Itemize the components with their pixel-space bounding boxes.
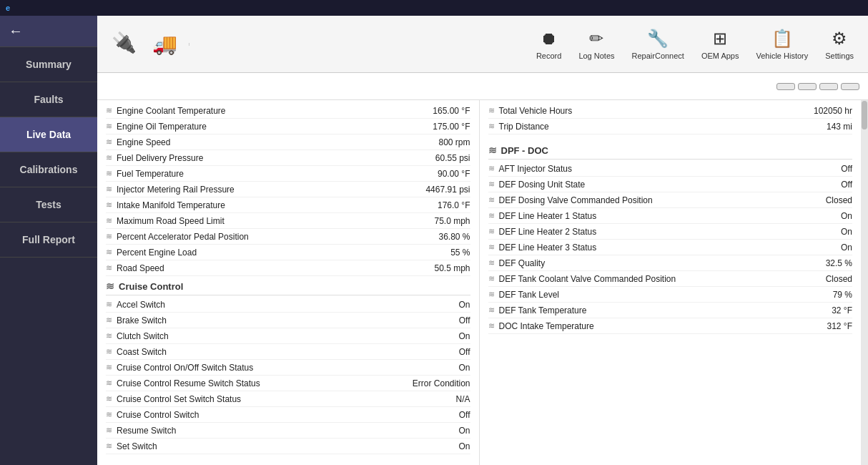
row-label: DEF Line Heater 1 Status [499, 211, 841, 221]
table-row: ≋ Engine Speed 800 rpm [106, 134, 470, 150]
row-icon: ≋ [106, 216, 112, 225]
row-icon: ≋ [488, 321, 495, 331]
record-icon: ⏺ [541, 29, 558, 49]
sidebar-item-summary[interactable]: Summary [0, 47, 97, 82]
row-value: Off [841, 180, 852, 190]
row-icon: ≋ [488, 227, 495, 236]
table-row: ≋ Maximum Road Speed Limit 75.0 mph [106, 213, 470, 229]
table-row: ≋ Intake Manifold Temperature 176.0 °F [106, 197, 470, 213]
table-row: ≋ Resume Switch On [106, 423, 470, 439]
row-label: Set Switch [117, 441, 458, 451]
dpf-section-header: ≋ DPF - DOC [488, 140, 853, 160]
row-icon: ≋ [106, 378, 112, 388]
table-row: ≋ DEF Tank Temperature 32 °F [488, 303, 853, 318]
table-row: ≋ Cruise Control Resume Switch Status Er… [106, 376, 470, 391]
settings-button[interactable]: ⚙ Settings [818, 24, 861, 64]
row-value: On [841, 227, 852, 237]
row-value: 32 °F [832, 305, 852, 315]
scrollbar-thumb[interactable] [862, 101, 867, 129]
row-value: On [458, 441, 470, 451]
disconnect-button[interactable]: 🔌 [104, 26, 144, 62]
table-row: ≋ AFT Injector Status Off [488, 161, 853, 177]
row-icon: ≋ [106, 263, 112, 273]
row-icon: ≋ [488, 258, 495, 268]
row-value: 55 % [450, 248, 470, 258]
table-row: ≋ Cruise Control Set Switch Status N/A [106, 391, 470, 407]
row-icon: ≋ [488, 106, 495, 115]
sidebar-item-calibrations[interactable]: Calibrations [0, 152, 97, 187]
table-row: ≋ DEF Dosing Unit State Off [488, 177, 853, 192]
sidebar-item-full-report[interactable]: Full Report [0, 222, 97, 258]
sidebar-item-faults[interactable]: Faults [0, 82, 97, 117]
row-label: Engine Coolant Temperature [117, 106, 433, 116]
vehicle-history-icon: 📋 [771, 29, 793, 49]
sidebar-item-live-data[interactable]: Live Data [0, 117, 97, 152]
row-icon: ≋ [106, 347, 112, 356]
row-value: 36.80 % [438, 232, 470, 242]
row-value: 50.5 mph [434, 263, 470, 273]
row-label: Accel Switch [117, 300, 458, 310]
row-icon: ≋ [106, 200, 112, 210]
row-label: DEF Dosing Unit State [499, 180, 842, 190]
row-label: Trip Distance [499, 122, 827, 132]
row-icon: ≋ [106, 441, 112, 451]
row-value: 79 % [833, 290, 852, 300]
row-label: Engine Speed [117, 137, 438, 147]
row-value: Closed [826, 195, 852, 205]
table-row: ≋ DEF Line Heater 1 Status On [488, 208, 853, 224]
record-button[interactable]: ⏺ Record [529, 24, 568, 64]
graph-button[interactable] [798, 83, 817, 90]
sidebar-item-tests[interactable]: Tests [0, 187, 97, 222]
dpf-rows: ≋ AFT Injector Status Off ≋ DEF Dosing U… [488, 161, 853, 334]
repair-connect-button[interactable]: 🔧 RepairConnect [625, 24, 691, 64]
row-value: On [458, 426, 470, 436]
right-top-rows: ≋ Total Vehicle Hours 102050 hr ≋ Trip D… [488, 103, 853, 134]
row-label: DEF Quality [499, 258, 826, 268]
oem-apps-icon: ⊞ [713, 29, 727, 49]
row-icon: ≋ [488, 122, 495, 131]
table-row: ≋ Engine Coolant Temperature 165.00 °F [106, 103, 470, 119]
table-row: ≋ Cruise Control On/Off Switch Status On [106, 360, 470, 376]
table-row: ≋ Engine Oil Temperature 175.00 °F [106, 119, 470, 134]
row-label: Percent Engine Load [117, 248, 450, 258]
clear-all-button[interactable] [776, 83, 795, 90]
back-button[interactable]: ← [0, 16, 97, 47]
table-row: ≋ Road Speed 50.5 mph [106, 260, 470, 276]
scrollbar[interactable] [861, 100, 868, 465]
left-column: ≋ Engine Coolant Temperature 165.00 °F ≋… [97, 100, 479, 465]
settings-label: Settings [825, 52, 854, 60]
log-notes-icon: ✏ [589, 29, 603, 49]
find-button[interactable] [819, 83, 838, 90]
print-button[interactable] [841, 83, 859, 90]
back-arrow-icon: ← [9, 23, 23, 39]
row-value: 60.55 psi [435, 153, 470, 163]
row-label: Cruise Control On/Off Switch Status [117, 363, 458, 373]
row-label: Brake Switch [117, 315, 459, 326]
row-value: On [458, 331, 470, 341]
row-label: Intake Manifold Temperature [117, 200, 438, 210]
row-icon: ≋ [488, 211, 495, 220]
oem-apps-button[interactable]: ⊞ OEM Apps [694, 24, 746, 64]
log-notes-button[interactable]: ✏ Log Notes [571, 24, 621, 64]
cruise-control-section-header: ≋ Cruise Control [106, 276, 470, 295]
row-icon: ≋ [106, 153, 112, 162]
table-row: ≋ Brake Switch Off [106, 313, 470, 328]
row-icon: ≋ [106, 394, 112, 403]
oem-apps-label: OEM Apps [701, 52, 739, 60]
row-label: DEF Tank Level [499, 290, 833, 300]
row-label: Coast Switch [117, 347, 459, 357]
row-value: 143 mi [827, 122, 852, 132]
row-icon: ≋ [106, 232, 112, 241]
toolbar-right: ⏺ Record ✏ Log Notes 🔧 RepairConnect ⊞ O… [529, 24, 861, 64]
record-label: Record [536, 52, 561, 60]
table-row: ≋ Total Vehicle Hours 102050 hr [488, 103, 853, 119]
table-row: ≋ Percent Accelerator Pedal Position 36.… [106, 229, 470, 245]
row-label: Cruise Control Switch [117, 410, 459, 420]
row-label: Total Vehicle Hours [499, 106, 814, 116]
row-value: On [458, 300, 470, 310]
right-column: ≋ Total Vehicle Hours 102050 hr ≋ Trip D… [480, 100, 862, 465]
dpf-icon: ≋ [488, 145, 497, 156]
row-label: Road Speed [117, 263, 434, 273]
row-value: Off [459, 410, 470, 420]
vehicle-history-button[interactable]: 📋 Vehicle History [749, 24, 815, 64]
